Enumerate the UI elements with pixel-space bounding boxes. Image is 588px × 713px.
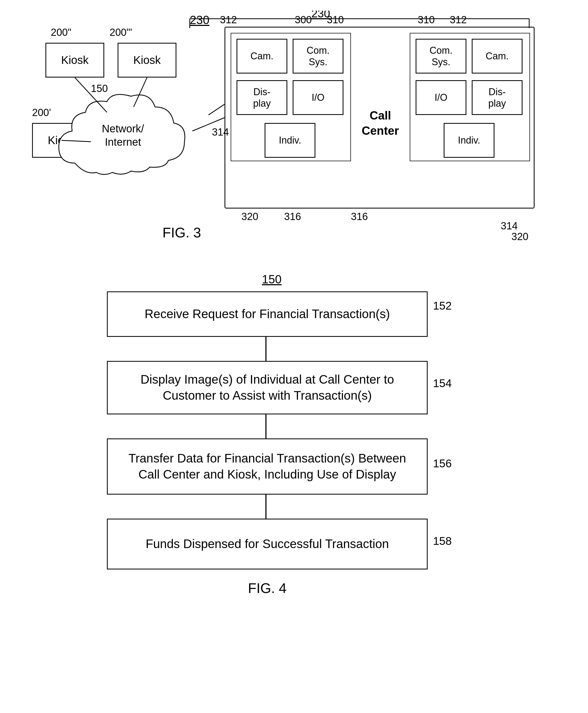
network-cloud: Network/ Internet — [54, 88, 192, 179]
page-container: 230 200" 200"' Kiosk Kiosk 200' Kiosk 15… — [0, 0, 588, 713]
ref-316b: 316 — [351, 211, 368, 223]
ref-230: 230 — [190, 13, 209, 27]
ref-320b: 320 — [511, 231, 528, 243]
cam-right-box: Cam. — [472, 39, 523, 74]
ref-316a: 316 — [284, 211, 301, 223]
ref-320a: 320 — [241, 211, 258, 223]
display-left-box: Dis- play — [236, 80, 287, 115]
io-left-box: I/O — [293, 80, 343, 115]
flow-box-154: Display Image(s) of Individual at Call C… — [107, 361, 428, 414]
flow-box-152: Receive Request for Financial Transactio… — [107, 291, 428, 337]
svg-line-6 — [208, 104, 225, 115]
compsys-left-box: Com. Sys. — [293, 39, 343, 74]
ref-152: 152 — [433, 299, 452, 312]
ref-200pp: 200" — [51, 27, 71, 38]
ref-312b: 312 — [450, 14, 467, 26]
fig4-caption: FIG. 4 — [208, 580, 326, 596]
ref-314a: 314 — [212, 126, 229, 138]
kiosk-200pp-box: Kiosk — [45, 43, 104, 78]
arrow-1 — [266, 337, 267, 361]
ref-312a: 312 — [220, 14, 237, 26]
arrow-2 — [266, 414, 267, 438]
call-center-text: CallCenter — [359, 108, 402, 138]
ref-200p: 200' — [32, 107, 51, 119]
svg-text:Network/: Network/ — [102, 123, 144, 134]
cam-left-box: Cam. — [236, 39, 287, 74]
ref-156: 156 — [433, 457, 452, 470]
fig3-caption: FIG. 3 — [128, 225, 235, 240]
call-center-outer-box: 300 312 312 310 310 Cam. Com. Sys. Dis- … — [225, 27, 534, 209]
flow-box-156: Transfer Data for Financial Transaction(… — [107, 438, 428, 495]
ref-158: 158 — [433, 535, 452, 547]
display-right-box: Dis- play — [472, 80, 523, 115]
compsys-right-box: Com. Sys. — [416, 39, 466, 74]
arrow-3 — [266, 495, 267, 519]
svg-text:Internet: Internet — [105, 136, 141, 148]
ref-200ppp: 200"' — [110, 27, 132, 38]
left-station-group: Cam. Com. Sys. Dis- play I/O Indiv. — [231, 33, 351, 161]
ref-310a: 310 — [327, 14, 344, 26]
ref-150-fig4: 150 — [262, 273, 281, 286]
flow-box-158: Funds Dispensed for Successful Transacti… — [107, 519, 428, 569]
ref-154: 154 — [433, 377, 452, 390]
right-station-group: Com. Sys. Cam. I/O Dis- play Indiv. — [410, 33, 530, 161]
ref-310b: 310 — [418, 14, 435, 26]
kiosk-200ppp-box: Kiosk — [118, 43, 176, 78]
ref-314b: 314 — [501, 220, 518, 232]
indiv-right-box: Indiv. — [444, 123, 495, 158]
fig3-diagram: 230 200" 200"' Kiosk Kiosk 200' Kiosk 15… — [27, 11, 548, 251]
io-right-box: I/O — [416, 80, 466, 115]
indiv-left-box: Indiv. — [265, 123, 315, 158]
ref-300: 300 — [295, 14, 312, 26]
